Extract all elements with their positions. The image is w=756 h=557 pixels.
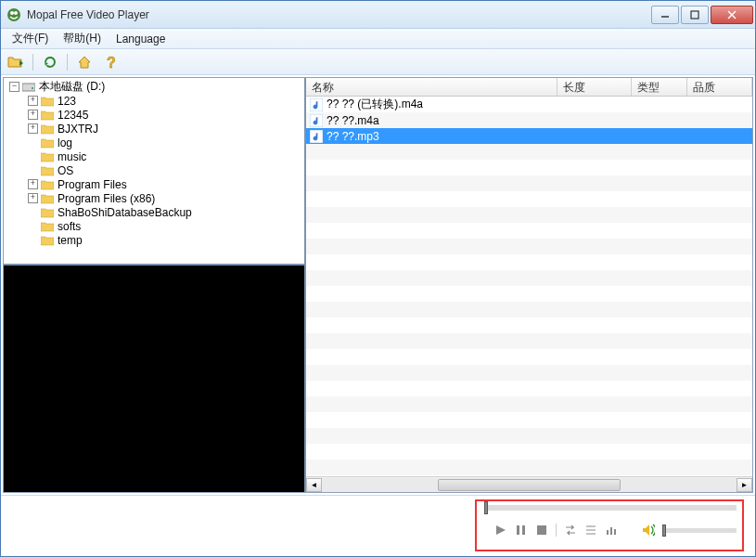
control-separator: [556, 524, 557, 537]
tree-line: [28, 235, 38, 245]
expand-icon[interactable]: +: [28, 123, 38, 134]
svg-rect-14: [522, 525, 525, 535]
scroll-left-button[interactable]: ◄: [306, 478, 322, 492]
empty-row: [306, 191, 752, 207]
svg-rect-4: [691, 11, 698, 19]
svg-point-2: [14, 11, 18, 15]
empty-row: [306, 175, 752, 191]
expand-icon[interactable]: +: [28, 96, 38, 106]
empty-row: [306, 286, 752, 302]
playlist-button[interactable]: [584, 524, 597, 537]
folder-icon: [41, 137, 54, 149]
tree-line: [28, 151, 38, 162]
window-buttons: [649, 6, 753, 24]
folder-icon: [41, 179, 54, 190]
expand-icon[interactable]: +: [28, 110, 38, 120]
repeat-button[interactable]: [564, 524, 577, 537]
tree-item[interactable]: ShaBoShiDatabaseBackup: [6, 205, 302, 219]
empty-row: [306, 444, 752, 460]
scroll-right-button[interactable]: ►: [737, 478, 752, 492]
minimize-button[interactable]: [651, 6, 679, 24]
tree-item[interactable]: softs: [6, 219, 302, 233]
tree-item-label: Program Files (x86): [58, 192, 155, 205]
col-length[interactable]: 长度: [557, 78, 632, 96]
play-button[interactable]: [494, 524, 507, 537]
help-button[interactable]: ?: [99, 53, 118, 71]
content-area: − 本地磁盘 (D:) +123+12345+BJXTRJlogmusicOS+…: [3, 77, 753, 493]
control-row: [494, 524, 737, 537]
tree-item-label: 12345: [58, 109, 88, 122]
refresh-button[interactable]: [41, 53, 59, 71]
file-row[interactable]: ?? ?? (已转换).m4a: [306, 97, 752, 112]
svg-rect-21: [614, 529, 616, 535]
expand-icon[interactable]: +: [28, 179, 38, 189]
file-name: ?? ?? (已转换).m4a: [327, 97, 423, 112]
pause-button[interactable]: [515, 524, 528, 537]
equalizer-button[interactable]: [605, 524, 618, 537]
svg-rect-9: [32, 87, 33, 89]
folder-icon: [41, 123, 54, 135]
video-preview: [4, 264, 304, 492]
horizontal-scrollbar[interactable]: ◄ ►: [306, 476, 752, 492]
audio-file-icon: [310, 130, 323, 143]
tree-line: [28, 207, 38, 217]
volume-slider[interactable]: [662, 528, 737, 533]
empty-row: [306, 207, 752, 223]
tree-item[interactable]: +Program Files: [6, 177, 302, 191]
tree-root[interactable]: − 本地磁盘 (D:): [6, 80, 302, 94]
tree-root-label: 本地磁盘 (D:): [39, 79, 105, 95]
menu-help[interactable]: 帮助(H): [56, 29, 109, 48]
open-folder-button[interactable]: [6, 53, 25, 71]
scroll-track[interactable]: [322, 478, 737, 492]
col-type[interactable]: 类型: [632, 78, 687, 96]
empty-row: [306, 302, 752, 317]
volume-thumb[interactable]: [662, 525, 666, 537]
file-list[interactable]: ?? ?? (已转换).m4a?? ??.m4a?? ??.mp3: [306, 97, 752, 476]
toolbar: ?: [1, 49, 755, 75]
scroll-thumb[interactable]: [438, 479, 621, 491]
list-header: 名称 长度 类型 品质: [306, 78, 752, 97]
stop-button[interactable]: [535, 524, 548, 537]
menu-file[interactable]: 文件(F): [5, 29, 56, 48]
volume-icon[interactable]: [642, 524, 655, 537]
file-row[interactable]: ?? ??.m4a: [306, 112, 752, 128]
audio-file-icon: [310, 98, 323, 111]
empty-row: [306, 349, 752, 365]
home-button[interactable]: [75, 53, 94, 71]
app-window: Mopal Free Video Player 文件(F) 帮助(H) Lang…: [0, 0, 756, 557]
tree-line: [28, 165, 38, 175]
expand-icon[interactable]: +: [28, 193, 38, 203]
empty-row: [306, 365, 752, 381]
tree-item[interactable]: +123: [6, 94, 302, 108]
tree-item[interactable]: temp: [6, 233, 302, 247]
left-pane: − 本地磁盘 (D:) +123+12345+BJXTRJlogmusicOS+…: [4, 78, 306, 492]
tree-item[interactable]: OS: [6, 163, 302, 177]
tree-item[interactable]: +Program Files (x86): [6, 191, 302, 205]
menu-language[interactable]: Language: [109, 31, 173, 47]
col-name[interactable]: 名称: [306, 78, 557, 96]
seek-bar[interactable]: [484, 505, 737, 511]
tree-item[interactable]: music: [6, 149, 302, 163]
tree-item[interactable]: +BJXTRJ: [6, 122, 302, 136]
tree-item-label: temp: [58, 234, 83, 247]
titlebar: Mopal Free Video Player: [1, 1, 755, 29]
folder-icon: [41, 96, 54, 107]
col-quality[interactable]: 品质: [687, 78, 752, 96]
tree-item[interactable]: log: [6, 136, 302, 149]
folder-tree[interactable]: − 本地磁盘 (D:) +123+12345+BJXTRJlogmusicOS+…: [4, 78, 304, 264]
empty-row: [306, 239, 752, 254]
tree-item-label: music: [58, 150, 86, 163]
empty-row: [306, 412, 752, 428]
file-row[interactable]: ?? ??.mp3: [306, 128, 752, 144]
svg-rect-13: [517, 525, 519, 535]
collapse-icon[interactable]: −: [9, 82, 19, 92]
empty-row: [306, 317, 752, 333]
maximize-button[interactable]: [681, 6, 709, 24]
tree-item[interactable]: +12345: [6, 108, 302, 122]
player-controls: [1, 495, 755, 556]
seek-thumb[interactable]: [484, 501, 488, 514]
empty-row: [306, 254, 752, 270]
svg-point-0: [7, 8, 20, 21]
close-button[interactable]: [711, 6, 753, 24]
empty-row: [306, 270, 752, 286]
